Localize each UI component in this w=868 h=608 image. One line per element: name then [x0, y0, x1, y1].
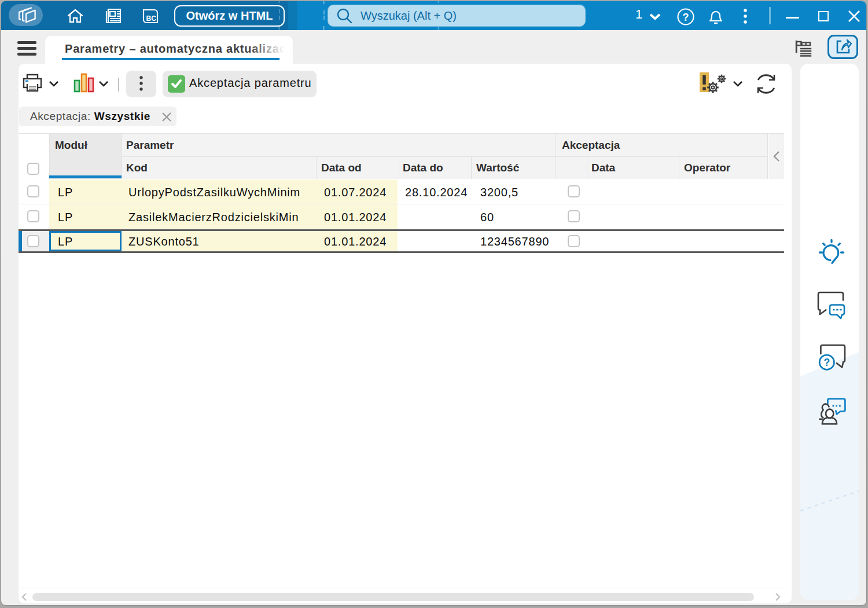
svg-text:BC: BC [146, 14, 157, 23]
svg-text:?: ? [824, 357, 830, 368]
svg-text:?: ? [683, 12, 689, 23]
